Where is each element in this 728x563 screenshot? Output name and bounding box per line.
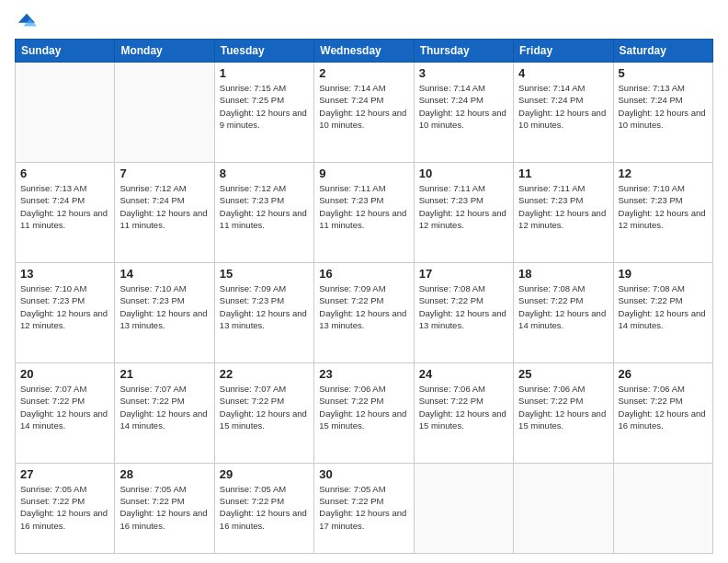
calendar-week-row: 6Sunrise: 7:13 AMSunset: 7:24 PMDaylight… (16, 162, 713, 262)
calendar-week-row: 13Sunrise: 7:10 AMSunset: 7:23 PMDayligh… (16, 262, 713, 362)
calendar-cell: 23Sunrise: 7:06 AMSunset: 7:22 PMDayligh… (314, 362, 414, 463)
day-info: Sunrise: 7:13 AMSunset: 7:24 PMDaylight:… (20, 182, 109, 231)
calendar-cell (115, 63, 214, 163)
day-info: Sunrise: 7:05 AMSunset: 7:22 PMDaylight:… (319, 483, 408, 532)
weekday-header-sunday: Sunday (16, 40, 115, 63)
calendar-cell: 7Sunrise: 7:12 AMSunset: 7:24 PMDaylight… (115, 162, 214, 262)
day-number: 22 (220, 367, 309, 381)
calendar-cell: 16Sunrise: 7:09 AMSunset: 7:22 PMDayligh… (314, 262, 414, 362)
day-number: 5 (619, 66, 708, 80)
day-info: Sunrise: 7:10 AMSunset: 7:23 PMDaylight:… (20, 282, 109, 331)
day-number: 30 (319, 467, 408, 481)
calendar-cell: 29Sunrise: 7:05 AMSunset: 7:22 PMDayligh… (214, 463, 313, 553)
day-number: 10 (419, 167, 508, 180)
day-number: 11 (518, 167, 608, 180)
day-number: 14 (119, 267, 209, 281)
day-info: Sunrise: 7:08 AMSunset: 7:22 PMDaylight:… (619, 282, 708, 331)
calendar-cell: 20Sunrise: 7:07 AMSunset: 7:22 PMDayligh… (16, 362, 115, 463)
day-info: Sunrise: 7:08 AMSunset: 7:22 PMDaylight:… (419, 282, 508, 331)
day-number: 17 (419, 267, 508, 281)
calendar-cell: 22Sunrise: 7:07 AMSunset: 7:22 PMDayligh… (214, 362, 313, 463)
day-info: Sunrise: 7:06 AMSunset: 7:22 PMDaylight:… (419, 383, 508, 431)
day-number: 27 (20, 467, 109, 481)
calendar-week-row: 1Sunrise: 7:15 AMSunset: 7:25 PMDaylight… (16, 63, 713, 163)
page: SundayMondayTuesdayWednesdayThursdayFrid… (0, 0, 728, 563)
day-number: 23 (319, 367, 408, 381)
svg-marker-0 (18, 14, 35, 23)
day-info: Sunrise: 7:08 AMSunset: 7:22 PMDaylight:… (518, 282, 608, 331)
day-info: Sunrise: 7:13 AMSunset: 7:24 PMDaylight:… (619, 82, 708, 131)
day-number: 25 (518, 367, 608, 381)
day-number: 24 (419, 367, 508, 381)
day-info: Sunrise: 7:10 AMSunset: 7:23 PMDaylight:… (119, 282, 209, 331)
calendar-cell: 11Sunrise: 7:11 AMSunset: 7:23 PMDayligh… (514, 162, 613, 262)
day-number: 8 (220, 167, 309, 180)
calendar-cell: 24Sunrise: 7:06 AMSunset: 7:22 PMDayligh… (414, 362, 513, 463)
calendar-cell (613, 463, 712, 553)
day-number: 21 (119, 367, 209, 381)
day-number: 9 (319, 167, 408, 180)
day-info: Sunrise: 7:06 AMSunset: 7:22 PMDaylight:… (619, 383, 708, 431)
calendar-cell: 1Sunrise: 7:15 AMSunset: 7:25 PMDaylight… (214, 63, 313, 163)
day-number: 20 (20, 367, 109, 381)
day-number: 12 (619, 167, 708, 180)
day-number: 16 (319, 267, 408, 281)
calendar-cell: 6Sunrise: 7:13 AMSunset: 7:24 PMDaylight… (16, 162, 115, 262)
calendar-cell (514, 463, 613, 553)
day-info: Sunrise: 7:06 AMSunset: 7:22 PMDaylight:… (319, 383, 408, 431)
calendar-cell: 19Sunrise: 7:08 AMSunset: 7:22 PMDayligh… (613, 262, 712, 362)
day-number: 15 (220, 267, 309, 281)
day-number: 28 (119, 467, 209, 481)
calendar-table: SundayMondayTuesdayWednesdayThursdayFrid… (15, 39, 713, 554)
calendar-cell: 14Sunrise: 7:10 AMSunset: 7:23 PMDayligh… (115, 262, 214, 362)
logo-icon (17, 11, 37, 31)
calendar-header-row: SundayMondayTuesdayWednesdayThursdayFrid… (16, 40, 713, 63)
day-info: Sunrise: 7:09 AMSunset: 7:23 PMDaylight:… (220, 282, 309, 331)
calendar-cell: 12Sunrise: 7:10 AMSunset: 7:23 PMDayligh… (613, 162, 712, 262)
day-info: Sunrise: 7:07 AMSunset: 7:22 PMDaylight:… (20, 383, 109, 431)
weekday-header-wednesday: Wednesday (314, 40, 414, 63)
day-info: Sunrise: 7:11 AMSunset: 7:23 PMDaylight:… (419, 182, 508, 231)
day-number: 7 (119, 167, 209, 180)
day-number: 2 (319, 66, 408, 80)
day-info: Sunrise: 7:11 AMSunset: 7:23 PMDaylight:… (518, 182, 608, 231)
day-info: Sunrise: 7:09 AMSunset: 7:22 PMDaylight:… (319, 282, 408, 331)
day-info: Sunrise: 7:14 AMSunset: 7:24 PMDaylight:… (319, 82, 408, 131)
calendar-cell: 30Sunrise: 7:05 AMSunset: 7:22 PMDayligh… (314, 463, 414, 553)
weekday-header-saturday: Saturday (613, 40, 712, 63)
day-info: Sunrise: 7:06 AMSunset: 7:22 PMDaylight:… (518, 383, 608, 431)
day-info: Sunrise: 7:12 AMSunset: 7:23 PMDaylight:… (220, 182, 309, 231)
day-info: Sunrise: 7:05 AMSunset: 7:22 PMDaylight:… (220, 483, 309, 532)
calendar-cell: 5Sunrise: 7:13 AMSunset: 7:24 PMDaylight… (613, 63, 712, 163)
day-info: Sunrise: 7:12 AMSunset: 7:24 PMDaylight:… (119, 182, 209, 231)
day-number: 29 (220, 467, 309, 481)
weekday-header-tuesday: Tuesday (214, 40, 313, 63)
header (15, 11, 713, 31)
day-info: Sunrise: 7:11 AMSunset: 7:23 PMDaylight:… (319, 182, 408, 231)
day-info: Sunrise: 7:14 AMSunset: 7:24 PMDaylight:… (419, 82, 508, 131)
calendar-cell: 27Sunrise: 7:05 AMSunset: 7:22 PMDayligh… (16, 463, 115, 553)
weekday-header-thursday: Thursday (414, 40, 513, 63)
calendar-cell: 3Sunrise: 7:14 AMSunset: 7:24 PMDaylight… (414, 63, 513, 163)
day-number: 18 (518, 267, 608, 281)
day-info: Sunrise: 7:07 AMSunset: 7:22 PMDaylight:… (220, 383, 309, 431)
weekday-header-monday: Monday (115, 40, 214, 63)
calendar-cell: 9Sunrise: 7:11 AMSunset: 7:23 PMDaylight… (314, 162, 414, 262)
calendar-week-row: 27Sunrise: 7:05 AMSunset: 7:22 PMDayligh… (16, 463, 713, 553)
day-info: Sunrise: 7:07 AMSunset: 7:22 PMDaylight:… (119, 383, 209, 431)
calendar-cell: 25Sunrise: 7:06 AMSunset: 7:22 PMDayligh… (514, 362, 613, 463)
calendar-cell: 8Sunrise: 7:12 AMSunset: 7:23 PMDaylight… (214, 162, 313, 262)
calendar-cell: 18Sunrise: 7:08 AMSunset: 7:22 PMDayligh… (514, 262, 613, 362)
day-number: 6 (20, 167, 109, 180)
calendar-cell: 4Sunrise: 7:14 AMSunset: 7:24 PMDaylight… (514, 63, 613, 163)
calendar-cell: 17Sunrise: 7:08 AMSunset: 7:22 PMDayligh… (414, 262, 513, 362)
logo (15, 11, 37, 31)
day-info: Sunrise: 7:10 AMSunset: 7:23 PMDaylight:… (619, 182, 708, 231)
calendar-cell (414, 463, 513, 553)
day-info: Sunrise: 7:14 AMSunset: 7:24 PMDaylight:… (518, 82, 608, 131)
calendar-cell (16, 63, 115, 163)
day-info: Sunrise: 7:05 AMSunset: 7:22 PMDaylight:… (119, 483, 209, 532)
day-number: 19 (619, 267, 708, 281)
day-info: Sunrise: 7:05 AMSunset: 7:22 PMDaylight:… (20, 483, 109, 532)
day-number: 26 (619, 367, 708, 381)
